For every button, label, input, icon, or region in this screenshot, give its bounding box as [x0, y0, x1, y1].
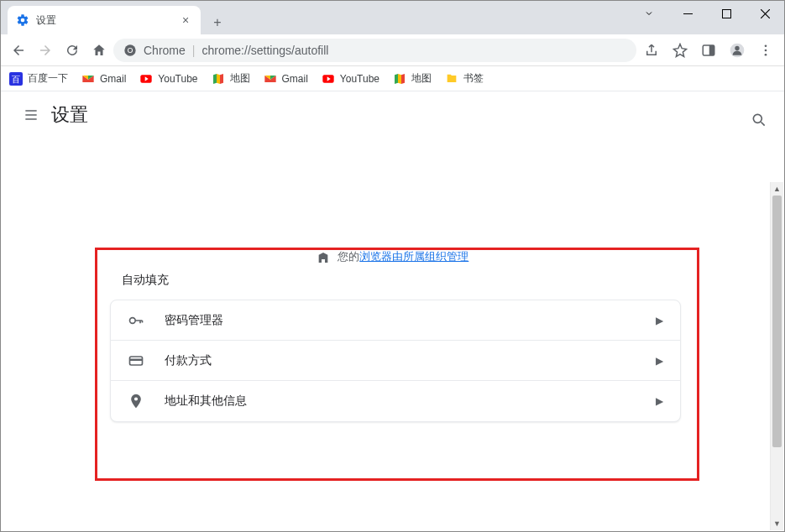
- tab-title: 设置: [36, 13, 172, 28]
- svg-point-16: [753, 114, 761, 123]
- chrome-window: 设置 × + Chrome | chrome://settings/autofi…: [0, 0, 785, 532]
- settings-page: 设置 您的浏览器由所属组织管理 自动填充 密码管理器 ▶ 付款方式 ▶: [1, 91, 784, 531]
- svg-text:百: 百: [12, 75, 20, 84]
- vertical-scrollbar[interactable]: ▲ ▼: [770, 182, 783, 530]
- svg-rect-19: [130, 358, 143, 361]
- bookmark-item[interactable]: 地图: [212, 71, 250, 86]
- managed-prefix: 您的: [338, 250, 359, 263]
- autofill-card: 密码管理器 ▶ 付款方式 ▶ 地址和其他信息 ▶: [110, 300, 681, 422]
- kebab-menu-icon[interactable]: [752, 37, 779, 64]
- row-label: 付款方式: [165, 353, 636, 368]
- addresses-row[interactable]: 地址和其他信息 ▶: [111, 381, 680, 421]
- svg-point-11: [765, 53, 767, 55]
- svg-point-10: [765, 49, 767, 51]
- url-box[interactable]: Chrome | chrome://settings/autofill: [113, 39, 636, 62]
- chevron-right-icon: ▶: [656, 315, 663, 326]
- home-button[interactable]: [86, 38, 112, 63]
- url-path: chrome://settings/autofill: [201, 44, 328, 57]
- svg-point-4: [128, 48, 132, 51]
- key-icon: [128, 312, 144, 329]
- profile-avatar-icon[interactable]: [724, 37, 751, 64]
- bookmark-label: 百度一下: [28, 71, 68, 86]
- address-bar: Chrome | chrome://settings/autofill: [1, 34, 784, 66]
- row-label: 密码管理器: [165, 313, 636, 328]
- page-header: 设置: [1, 91, 784, 138]
- bookmarks-bar: 百 百度一下 Gmail YouTube 地图 Gmail YouTube 地图: [1, 66, 784, 91]
- gmail-icon: [81, 72, 95, 86]
- chevron-down-icon[interactable]: [630, 1, 668, 26]
- svg-point-8: [735, 45, 739, 50]
- bookmark-item[interactable]: Gmail: [81, 72, 126, 86]
- bookmark-label: 地图: [230, 71, 250, 86]
- location-pin-icon: [128, 393, 144, 409]
- scrollbar-thumb[interactable]: [772, 196, 782, 447]
- gmail-icon: [264, 72, 277, 86]
- youtube-icon: [322, 72, 335, 86]
- scroll-up-arrow-icon[interactable]: ▲: [771, 182, 783, 196]
- section-title: 自动填充: [110, 273, 681, 288]
- chevron-right-icon: ▶: [656, 355, 663, 367]
- payment-methods-row[interactable]: 付款方式 ▶: [111, 341, 680, 381]
- bookmark-item[interactable]: 地图: [393, 71, 432, 86]
- managed-browser-link[interactable]: 浏览器由所属组织管理: [359, 250, 468, 263]
- svg-rect-6: [709, 45, 714, 55]
- bookmark-label: YouTube: [340, 73, 379, 85]
- svg-rect-1: [722, 9, 730, 18]
- bookmark-label: 书签: [463, 71, 484, 86]
- svg-point-17: [130, 317, 136, 323]
- side-panel-icon[interactable]: [695, 37, 722, 64]
- folder-icon: [445, 72, 458, 86]
- autofill-section: 自动填充 密码管理器 ▶ 付款方式 ▶ 地址和其他信息 ▶: [110, 273, 681, 422]
- maps-icon: [212, 72, 225, 86]
- hamburger-menu-icon[interactable]: [14, 98, 48, 132]
- forward-button[interactable]: [33, 38, 58, 63]
- svg-point-9: [765, 44, 767, 47]
- building-icon: [317, 251, 330, 264]
- chevron-right-icon: ▶: [656, 395, 663, 407]
- row-label: 地址和其他信息: [165, 394, 636, 409]
- url-divider: |: [192, 44, 196, 57]
- youtube-icon: [139, 72, 153, 86]
- baidu-icon: 百: [9, 72, 23, 86]
- close-icon[interactable]: ×: [179, 13, 192, 27]
- maximize-button[interactable]: [707, 1, 746, 26]
- bookmark-item[interactable]: YouTube: [139, 72, 197, 86]
- bookmark-label: Gmail: [282, 73, 308, 85]
- new-tab-button[interactable]: +: [206, 11, 229, 34]
- chrome-logo-icon: [123, 44, 137, 57]
- browser-tab[interactable]: 设置 ×: [8, 6, 201, 34]
- maps-icon: [393, 72, 406, 86]
- bookmark-item[interactable]: YouTube: [322, 72, 379, 86]
- svg-rect-0: [683, 13, 693, 14]
- minimize-button[interactable]: [668, 1, 707, 26]
- managed-browser-notice: 您的浏览器由所属组织管理: [1, 249, 784, 264]
- search-icon[interactable]: [751, 112, 767, 128]
- gear-icon: [16, 13, 29, 27]
- credit-card-icon: [128, 352, 144, 369]
- bookmark-item[interactable]: 百 百度一下: [9, 71, 68, 86]
- reload-button[interactable]: [60, 38, 85, 63]
- window-close-button[interactable]: [746, 1, 784, 26]
- bookmark-item[interactable]: 书签: [445, 71, 484, 86]
- bookmark-item[interactable]: Gmail: [264, 72, 308, 86]
- bookmark-label: 地图: [411, 71, 432, 86]
- password-manager-row[interactable]: 密码管理器 ▶: [111, 300, 680, 341]
- url-scheme-label: Chrome: [144, 44, 186, 57]
- back-button[interactable]: [6, 38, 31, 63]
- share-icon[interactable]: [638, 37, 665, 64]
- bookmark-star-icon[interactable]: [667, 37, 693, 64]
- titlebar: 设置 × +: [1, 1, 784, 34]
- page-title: 设置: [51, 102, 88, 128]
- bookmark-label: Gmail: [100, 73, 126, 85]
- bookmark-label: YouTube: [158, 73, 197, 85]
- window-controls: [630, 1, 784, 26]
- scroll-down-arrow-icon[interactable]: ▼: [771, 517, 783, 530]
- tab-strip: 设置 × +: [1, 1, 229, 34]
